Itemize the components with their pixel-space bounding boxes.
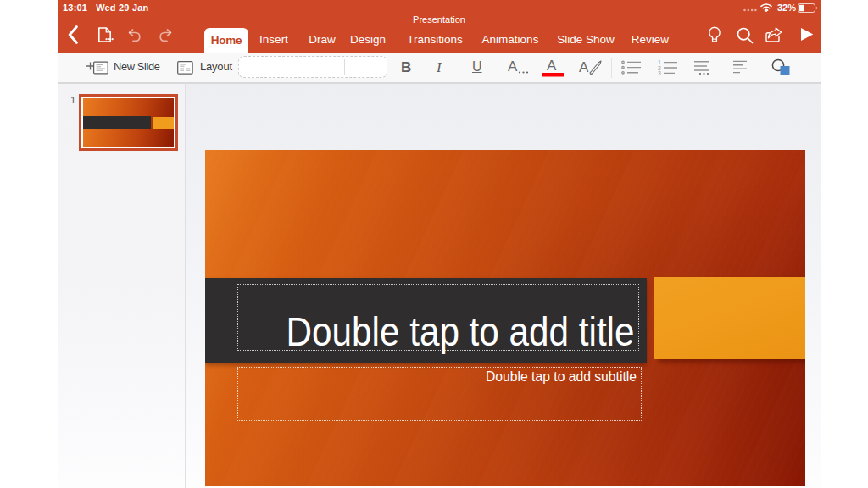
svg-text:3: 3	[658, 70, 661, 76]
svg-text:A: A	[579, 59, 589, 75]
svg-text:Double tap to add title: Double tap to add title	[287, 308, 635, 354]
svg-text:A: A	[508, 58, 518, 75]
svg-text:A: A	[547, 58, 557, 74]
svg-text:Double tap to add subtitle: Double tap to add subtitle	[486, 369, 637, 384]
